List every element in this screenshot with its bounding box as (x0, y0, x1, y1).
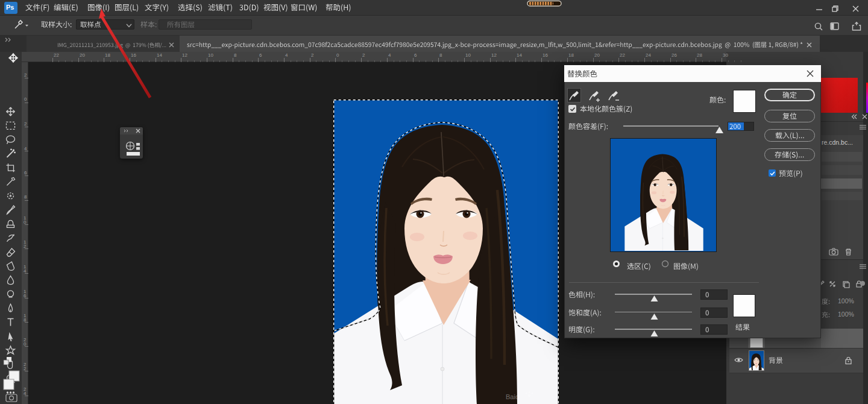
svg-text:Baid: Baid (506, 393, 519, 400)
